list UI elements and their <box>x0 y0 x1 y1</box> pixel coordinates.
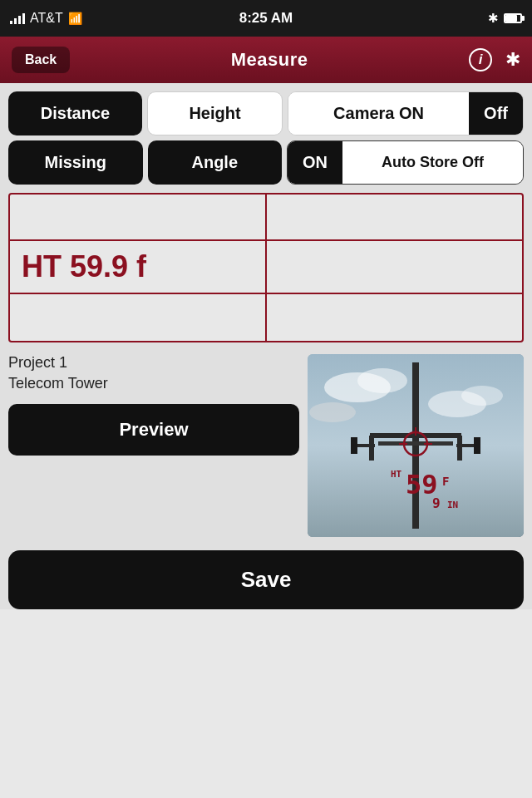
grid-cell-3-1 <box>10 294 267 341</box>
nav-icons: i ✱ <box>469 48 520 71</box>
height-button[interactable]: Height <box>147 91 283 135</box>
camera-toggle: Camera ON Off <box>288 91 524 135</box>
status-time: 8:25 AM <box>239 10 293 27</box>
project-description: Telecom Tower <box>8 375 299 392</box>
missing-button[interactable]: Missing <box>8 140 143 185</box>
status-left: AT&T 📶 <box>10 11 82 26</box>
status-right: ✱ <box>488 11 522 26</box>
mode-row-1: Distance Height Camera ON Off <box>0 83 532 135</box>
left-column: Project 1 Telecom Tower Preview <box>8 354 299 456</box>
signal-icon <box>10 12 25 24</box>
svg-text:HT: HT <box>391 469 402 480</box>
page-title: Measure <box>231 49 308 71</box>
angle-button[interactable]: Angle <box>148 140 283 185</box>
auto-store-label: Auto Store Off <box>342 141 523 184</box>
project-name: Project 1 <box>8 354 299 372</box>
svg-rect-9 <box>369 436 374 461</box>
svg-text:IN: IN <box>447 500 458 510</box>
project-info: Project 1 Telecom Tower <box>8 354 299 392</box>
bluetooth-status-icon: ✱ <box>488 11 499 26</box>
measurement-grid: HT 59.9 f <box>8 193 524 342</box>
svg-point-4 <box>461 386 503 406</box>
nav-bar: Back Measure i ✱ <box>0 37 532 83</box>
svg-rect-14 <box>474 437 480 454</box>
bottom-section: Project 1 Telecom Tower Preview <box>0 342 532 537</box>
camera-on-label: Camera ON <box>288 92 469 135</box>
svg-text:9: 9 <box>432 495 441 511</box>
wifi-icon: 📶 <box>68 12 82 25</box>
grid-row-2: HT 59.9 f <box>10 241 522 294</box>
battery-icon <box>504 13 522 23</box>
status-bar: AT&T 📶 8:25 AM ✱ <box>0 0 532 37</box>
svg-rect-10 <box>457 436 462 461</box>
preview-button[interactable]: Preview <box>8 404 299 456</box>
svg-point-2 <box>357 368 407 393</box>
back-button[interactable]: Back <box>12 47 70 73</box>
grid-cell-1-2 <box>267 195 522 239</box>
grid-row-1 <box>10 195 522 241</box>
save-button[interactable]: Save <box>8 550 524 609</box>
distance-button[interactable]: Distance <box>8 91 142 135</box>
tower-image: HT 59 F 9 IN <box>308 354 524 537</box>
svg-rect-8 <box>378 441 453 446</box>
camera-off-button[interactable]: Off <box>469 92 523 135</box>
tower-svg: HT 59 F 9 IN <box>308 354 524 537</box>
on-button[interactable]: ON <box>288 141 342 184</box>
svg-rect-13 <box>351 437 357 454</box>
grid-cell-3-2 <box>267 294 522 341</box>
carrier-label: AT&T <box>30 11 63 26</box>
auto-store-toggle: ON Auto Store Off <box>287 140 524 185</box>
grid-cell-1-1 <box>10 195 267 239</box>
grid-row-3 <box>10 294 522 341</box>
grid-cell-2-1: HT 59.9 f <box>10 241 267 293</box>
svg-text:F: F <box>442 475 449 488</box>
info-button[interactable]: i <box>469 48 492 71</box>
measurement-value: HT 59.9 f <box>22 249 146 284</box>
bluetooth-icon[interactable]: ✱ <box>505 49 520 71</box>
mode-row-2: Missing Angle ON Auto Store Off <box>0 135 532 185</box>
content-area: Distance Height Camera ON Off Missing An… <box>0 83 532 609</box>
grid-cell-2-2 <box>267 241 522 293</box>
svg-point-5 <box>309 402 356 422</box>
